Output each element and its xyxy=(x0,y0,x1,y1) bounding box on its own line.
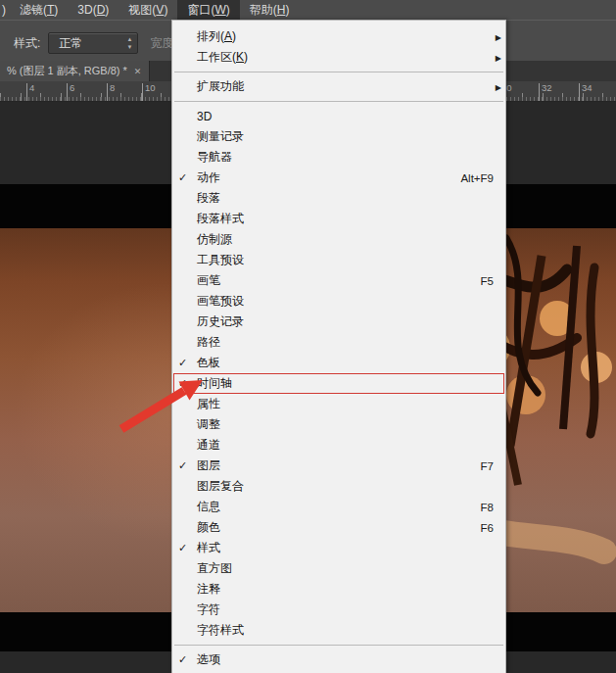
window-menu-item-label: 选项 xyxy=(197,651,220,668)
menubar-item-窗口[interactable]: 窗口(W) xyxy=(177,0,239,20)
window-menu-item-label: 路径 xyxy=(197,334,220,351)
window-menu-item-label: 调整 xyxy=(197,416,220,433)
window-menu-item-段落[interactable]: 段落 xyxy=(172,188,505,209)
window-menu-item-label: 字符 xyxy=(197,601,220,618)
window-menu-item-选项[interactable]: ✓选项 xyxy=(172,649,505,670)
window-menu-item-label: 字符样式 xyxy=(197,622,244,639)
window-menu-item-颜色[interactable]: 颜色F6 xyxy=(172,517,505,538)
window-menu-item-通道[interactable]: 通道 xyxy=(172,435,505,456)
style-select[interactable]: 正常 ▲▼ xyxy=(48,32,138,54)
window-menu-item-label: 动作 xyxy=(197,169,220,186)
menubar-item-视图[interactable]: 视图(V) xyxy=(118,0,177,20)
ruler-major-tick xyxy=(67,83,68,101)
shortcut-label: Alt+F9 xyxy=(460,172,494,184)
window-menu-item-调整[interactable]: 调整 xyxy=(172,414,505,435)
check-icon: ✓ xyxy=(178,653,197,666)
window-menu-item-段落样式[interactable]: 段落样式 xyxy=(172,209,505,229)
menubar-item-[interactable]: ) xyxy=(0,0,10,20)
menubar-item-3D[interactable]: 3D(D) xyxy=(68,0,118,20)
spinner-icon[interactable]: ▲▼ xyxy=(126,35,132,51)
ruler-number: 32 xyxy=(542,82,552,93)
window-menu-item-画笔预设[interactable]: 画笔预设 xyxy=(172,291,505,312)
check-icon: ✓ xyxy=(178,171,197,184)
window-menu-item-扩展功能[interactable]: 扩展功能▶ xyxy=(172,76,505,97)
ruler-major-tick xyxy=(142,83,143,101)
window-menu-item-直方图[interactable]: 直方图 xyxy=(172,558,505,579)
window-menu-item-label: 通道 xyxy=(197,437,220,454)
window-menu-item-label: 画笔预设 xyxy=(197,293,244,310)
window-menu-item-图层[interactable]: ✓图层F7 xyxy=(172,456,505,476)
window-menu-item-仿制源[interactable]: 仿制源 xyxy=(172,229,505,250)
window-menu-item-排列[interactable]: 排列(A)▶ xyxy=(172,26,505,47)
window-menu-dropdown: 排列(A)▶工作区(K)▶扩展功能▶3D测量记录导航器✓动作Alt+F9段落段落… xyxy=(171,20,506,673)
window-menu-item-label: 样式 xyxy=(197,540,220,556)
window-menu-item-测量记录[interactable]: 测量记录 xyxy=(172,126,505,147)
window-menu-item-3D[interactable]: 3D xyxy=(172,106,505,126)
window-menu-item-label: 3D xyxy=(197,110,212,123)
shortcut-label: F8 xyxy=(481,502,494,513)
window-menu-item-label: 直方图 xyxy=(197,560,232,577)
window-menu-item-label: 注释 xyxy=(197,581,220,598)
document-tab-title: % (图层 1 副本, RGB/8) * xyxy=(7,64,127,78)
submenu-arrow-icon: ▶ xyxy=(496,53,501,62)
window-menu-item-色板[interactable]: ✓色板 xyxy=(172,353,505,373)
shortcut-label: F6 xyxy=(481,522,494,534)
style-select-value: 正常 xyxy=(59,35,82,52)
style-label: 样式: xyxy=(14,35,40,52)
check-icon: ✓ xyxy=(178,377,197,390)
ruler-number: 34 xyxy=(582,82,592,93)
window-menu-item-注释[interactable]: 注释 xyxy=(172,579,505,600)
ruler-number: 4 xyxy=(29,82,34,93)
window-menu-item-label: 历史记录 xyxy=(197,313,244,330)
ruler-major-tick xyxy=(539,83,540,101)
window-menu-item-label: 导航器 xyxy=(197,149,232,166)
document-tab[interactable]: % (图层 1 副本, RGB/8) * ✕ xyxy=(0,61,150,81)
window-menu-item-路径[interactable]: 路径 xyxy=(172,332,505,353)
window-menu-item-画笔[interactable]: 画笔F5 xyxy=(172,270,505,291)
window-menu-item-字符[interactable]: 字符 xyxy=(172,600,505,620)
shortcut-label: F5 xyxy=(481,275,494,287)
check-icon: ✓ xyxy=(178,542,197,554)
menu-separator xyxy=(174,72,503,72)
submenu-arrow-icon: ▶ xyxy=(496,82,501,91)
window-menu-item-label: 工作区(K) xyxy=(197,49,248,66)
check-icon: ✓ xyxy=(178,459,197,472)
ruler-major-tick xyxy=(579,83,580,101)
window-menu-item-信息[interactable]: 信息F8 xyxy=(172,497,505,517)
window-menu-item-时间轴[interactable]: ✓时间轴 xyxy=(172,373,505,394)
window-menu-item-工作区[interactable]: 工作区(K)▶ xyxy=(172,47,505,68)
window-menu-item-label: 排列(A) xyxy=(197,28,236,45)
window-menu-item-label: 段落 xyxy=(197,190,220,207)
window-menu-item-图层复合[interactable]: 图层复合 xyxy=(172,476,505,497)
shortcut-label: F7 xyxy=(481,460,494,472)
window-menu-item-label: 段落样式 xyxy=(197,211,244,227)
window-menu-item-label: 时间轴 xyxy=(197,375,232,392)
ruler-major-tick xyxy=(26,83,27,101)
ruler-major-tick xyxy=(107,83,108,101)
window-menu-item-label: 信息 xyxy=(197,499,220,515)
menu-bar: )滤镜(T)3D(D)视图(V)窗口(W)帮助(H) xyxy=(0,0,616,20)
window-menu-item-label: 工具预设 xyxy=(197,252,244,268)
menubar-item-滤镜[interactable]: 滤镜(T) xyxy=(10,0,68,20)
window-menu-item-样式[interactable]: ✓样式 xyxy=(172,538,505,558)
window-menu-item-工具预设[interactable]: 工具预设 xyxy=(172,250,505,270)
ruler-number: 8 xyxy=(110,82,115,93)
window-menu-item-字符样式[interactable]: 字符样式 xyxy=(172,620,505,641)
close-icon[interactable]: ✕ xyxy=(134,67,142,76)
photoshop-window: )滤镜(T)3D(D)视图(V)窗口(W)帮助(H) 样式: 正常 ▲▼ 宽度 … xyxy=(0,0,616,673)
window-menu-item-属性[interactable]: 属性 xyxy=(172,394,505,414)
window-menu-item-label: 扩展功能 xyxy=(197,78,244,95)
submenu-arrow-icon: ▶ xyxy=(496,32,501,41)
window-menu-item-label: 属性 xyxy=(197,396,220,412)
width-label: 宽度 xyxy=(150,35,173,52)
window-menu-item-历史记录[interactable]: 历史记录 xyxy=(172,312,505,332)
window-menu-item-label: 色板 xyxy=(197,355,220,371)
window-menu-item-label: 测量记录 xyxy=(197,128,244,145)
window-menu-item-动作[interactable]: ✓动作Alt+F9 xyxy=(172,168,505,188)
window-menu-item-导航器[interactable]: 导航器 xyxy=(172,147,505,168)
menu-separator xyxy=(174,645,503,646)
menubar-item-帮助[interactable]: 帮助(H) xyxy=(240,0,300,20)
window-menu-item-label: 图层复合 xyxy=(197,478,244,495)
menu-separator xyxy=(174,101,503,102)
window-menu-item-label: 图层 xyxy=(197,457,220,474)
